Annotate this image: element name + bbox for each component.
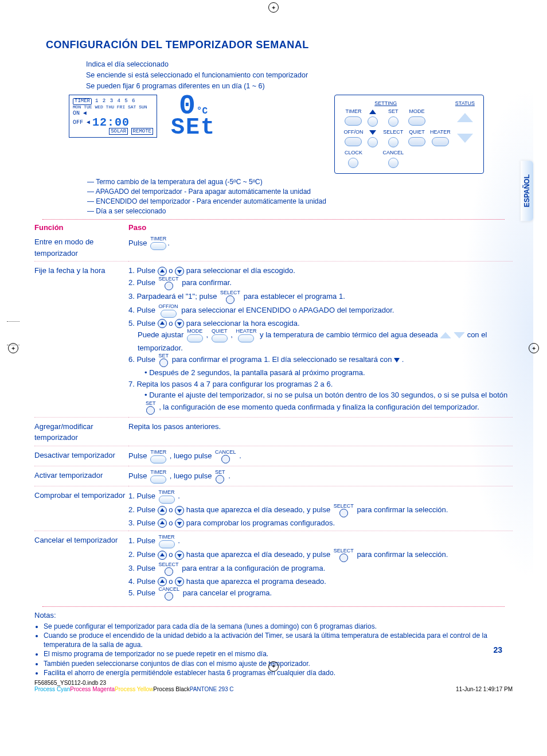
btn-label: TIMER: [150, 470, 166, 475]
panel-quiet-button[interactable]: [408, 137, 425, 146]
intro-annotations: Indica el día seleccionado Se enciende s…: [86, 59, 513, 91]
text: Pulse: [128, 471, 149, 480]
arrow-down-icon: [175, 519, 184, 528]
registration-mark-icon: ✦: [529, 343, 539, 353]
panel-timer-button[interactable]: [345, 116, 362, 126]
text: 4. Pulse: [128, 577, 158, 586]
note-item: Se puede configurar el temporizador para…: [44, 622, 513, 631]
arrow-up-icon: [158, 319, 167, 328]
btn-label: TIMER: [150, 450, 166, 455]
panel-mode-label: MODE: [408, 108, 426, 115]
text: o: [169, 550, 175, 559]
func-cell: Fije la fecha y la hora: [34, 262, 128, 417]
text: para confirmar la selección.: [357, 505, 448, 514]
footer-file: F568565_YS0112-0.indb 23: [34, 680, 234, 686]
arrow-up-icon: [158, 506, 167, 515]
table-row: Comprobar el temporizador 1. Pulse TIMER…: [34, 486, 513, 531]
text: Durante el ajuste del temporizador, si n…: [149, 391, 507, 399]
cancel-button-icon: [165, 592, 173, 601]
text: 6. Pulse: [128, 356, 158, 364]
step-cell: 1. Pulse TIMER . 2. Pulse o hasta que ap…: [128, 486, 513, 531]
arrow-up-icon: [158, 519, 167, 528]
func-cell: Cancelar el temporizador: [34, 531, 128, 603]
panel-up-button[interactable]: [457, 113, 473, 122]
annot-line: Día a ser seleccionado: [87, 206, 513, 216]
heater-button-icon: [238, 334, 254, 342]
page-number: 23: [493, 645, 502, 654]
triangle-up-icon: [440, 332, 451, 338]
plate-magenta: Process Magenta: [70, 686, 115, 692]
text: 7. Repita los pasos 4 a 7 para configura…: [128, 379, 510, 390]
arrow-up-icon: [158, 267, 167, 276]
note-item: Facilita el ahorro de energía permitiénd…: [44, 668, 513, 677]
panel-offon-button[interactable]: [345, 137, 362, 146]
text: Pulse: [128, 239, 149, 247]
func-cell: Activar temporizador: [34, 466, 128, 486]
panel-clock-label: CLOCK: [343, 149, 364, 156]
lcd-program-numbers: 1 2 3 4 5 6: [95, 98, 135, 104]
arrow-down-icon: [175, 319, 184, 328]
text: .: [178, 536, 180, 545]
annot-line: ENCENDIDO del temporizador - Para encend…: [87, 197, 513, 206]
text: Puede ajustar: [138, 330, 186, 339]
offon-button-icon: [161, 310, 177, 318]
btn-label: SELECT: [334, 504, 354, 509]
table-row: Fije la fecha y la hora 1. Pulse o para …: [34, 262, 513, 417]
text: 2. Pulse: [128, 505, 158, 514]
table-row: Activar temporizador Pulse TIMER , luego…: [34, 466, 513, 486]
text: o: [169, 266, 175, 275]
panel-select-button[interactable]: [388, 137, 398, 147]
note-item: Cuando se produce el encendido de la uni…: [44, 631, 513, 649]
segment-top-digit: 0: [179, 97, 196, 116]
panel-quiet-label: QUIET: [408, 128, 426, 135]
panel-setting-down-button[interactable]: [368, 137, 378, 147]
function-steps-table: Función Paso Entre en modo de temporizad…: [34, 222, 513, 603]
text: hasta que aparezca el día deseado, y pul…: [186, 505, 333, 514]
panel-setting-up-button[interactable]: [368, 116, 378, 127]
table-row: Desactivar temporizador Pulse TIMER , lu…: [34, 446, 513, 466]
timer-button-icon: [150, 476, 166, 484]
text: , luego pulse: [170, 451, 214, 460]
triangle-down-icon: [454, 332, 465, 338]
lcd-remote-label: REMOTE: [131, 128, 153, 135]
separator: [42, 606, 505, 607]
panel-cancel-label: CANCEL: [382, 149, 404, 156]
timer-button-icon: [159, 496, 175, 504]
left-margin-marks: [7, 321, 19, 345]
panel-status-label: STATUS: [455, 100, 475, 107]
panel-select-label: SELECT: [382, 128, 404, 135]
text: 1. Pulse: [128, 266, 158, 275]
text: hasta que aparezca el programa deseado.: [186, 577, 326, 586]
btn-label: TIMER: [159, 535, 175, 540]
select-button-icon: [165, 282, 173, 290]
text: 3. Pulse: [128, 519, 158, 527]
panel-down-button[interactable]: [457, 134, 473, 143]
text: Pulse: [128, 451, 149, 460]
annot-line: APAGADO del temporizador - Para apagar a…: [87, 187, 513, 197]
panel-clock-button[interactable]: [348, 158, 358, 168]
text: ,: [206, 330, 210, 339]
table-row: Entre en modo de temporizador Pulse TIME…: [34, 234, 513, 262]
note-item: El mismo programa de temporizador no se …: [44, 649, 513, 658]
panel-mode-button[interactable]: [408, 116, 425, 126]
panel-cancel-button[interactable]: [388, 158, 398, 168]
table-row: Cancelar el temporizador 1. Pulse TIMER …: [34, 531, 513, 603]
text: para entrar a la configuración de progra…: [182, 564, 325, 572]
print-footer: F568565_YS0112-0.indb 23 Process CyanPro…: [34, 680, 513, 692]
intro-line: Se pueden fijar 6 programas diferentes e…: [86, 81, 513, 92]
btn-label: TIMER: [150, 236, 166, 241]
language-tab: ESPAÑOL: [521, 161, 533, 221]
func-cell: Entre en modo de temporizador: [34, 234, 128, 262]
step-cell: Pulse TIMER , luego pulse CANCEL .: [128, 446, 513, 466]
panel-heater-button[interactable]: [432, 137, 449, 146]
sub-bullet: Después de 2 segundos, la pantalla pasar…: [136, 367, 510, 379]
text: , la configuración de ese momento queda …: [159, 403, 479, 411]
text: 2. Pulse: [128, 278, 158, 287]
timer-button-icon: [150, 455, 166, 463]
btn-label: SET: [159, 353, 169, 358]
lcd-off-marker: OFF ◄: [73, 119, 90, 126]
text: .: [239, 451, 241, 460]
page-title: CONFIGURACIÓN DEL TEMPORIZADOR SEMANAL: [46, 39, 513, 51]
segment-bottom-text: SEt: [171, 116, 216, 139]
panel-set-button[interactable]: [388, 116, 398, 127]
